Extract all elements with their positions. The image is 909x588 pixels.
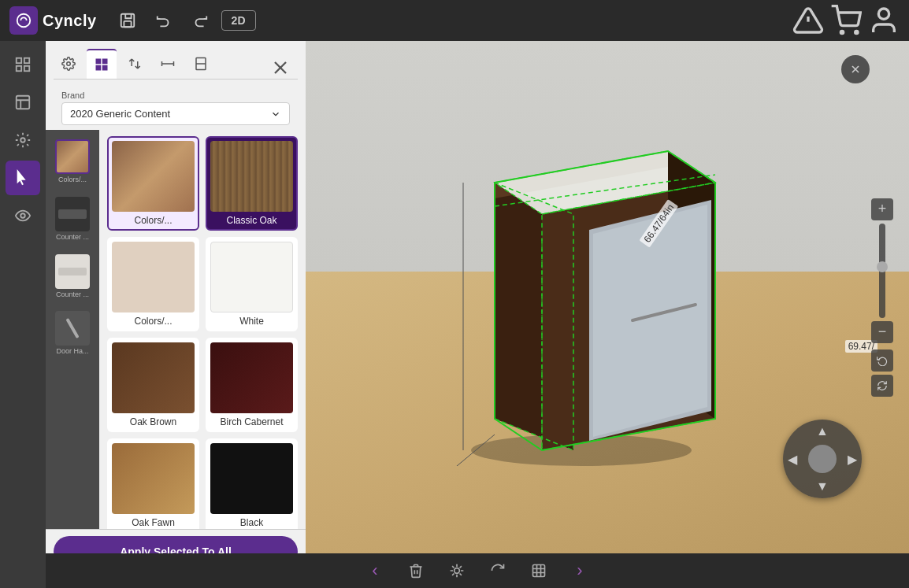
svg-rect-17	[103, 59, 107, 63]
zoom-handle	[877, 261, 888, 272]
svg-rect-9	[24, 58, 29, 63]
snap-button[interactable]	[525, 557, 553, 585]
color-label-white: White	[239, 316, 264, 327]
sidebar-item-cursor[interactable]	[6, 161, 40, 195]
color-item-colors-selected[interactable]: Colors/...	[107, 136, 199, 231]
close-x-icon	[849, 63, 862, 76]
rotate-control-button[interactable]	[871, 375, 893, 397]
decor-icon	[449, 563, 465, 579]
left-sidebar	[0, 41, 46, 588]
bottom-toolbar: ‹ ›	[46, 553, 909, 588]
panel-thumbnail-door-label: Door Ha...	[56, 347, 88, 356]
svg-rect-2	[124, 21, 131, 27]
cabinet-3d	[432, 88, 731, 466]
color-panel: Brand 2020 Generic Content Colors/... Co…	[46, 41, 306, 588]
redo-button[interactable]	[185, 6, 215, 35]
nav-down-button[interactable]: ▼	[816, 479, 829, 494]
color-swatch-white	[210, 242, 293, 312]
tab-settings[interactable]	[54, 49, 83, 79]
color-item-white[interactable]: White	[206, 237, 298, 331]
brand-value: 2020 Generic Content	[70, 108, 170, 120]
chevron-down-icon	[270, 109, 281, 120]
rotate-icon	[877, 380, 888, 391]
topbar-right-controls	[792, 5, 900, 36]
color-swatch-birch-cabernet	[210, 342, 293, 413]
user-button[interactable]	[868, 5, 900, 36]
rotate-button[interactable]	[484, 557, 512, 585]
sidebar-item-rooms[interactable]	[6, 85, 40, 120]
svg-rect-16	[96, 59, 100, 63]
color-label-classic-oak: Classic Oak	[226, 215, 276, 226]
color-item-oak-fawn[interactable]: Oak Fawn	[107, 438, 199, 529]
color-item-colors-sub[interactable]: Colors/...	[107, 237, 199, 331]
panel-thumbnail-colors[interactable]: Colors/...	[49, 135, 96, 189]
save-button[interactable]	[113, 6, 143, 35]
close-viewport-button[interactable]	[841, 55, 870, 83]
snap-icon	[531, 563, 547, 579]
tab-catalog[interactable]	[87, 49, 117, 79]
app-name: Cyncly	[43, 12, 97, 30]
sidebar-item-view[interactable]	[6, 198, 40, 233]
nav-up-button[interactable]: ▲	[816, 424, 829, 438]
topbar: Cyncly 2D	[0, 0, 909, 41]
svg-rect-10	[17, 66, 21, 71]
decor-button[interactable]	[443, 557, 471, 585]
color-label-black: Black	[240, 517, 263, 528]
svg-rect-8	[17, 58, 21, 63]
color-item-classic-oak[interactable]: Classic Oak	[206, 136, 298, 231]
svg-rect-19	[103, 66, 107, 70]
logo: Cyncly	[9, 6, 97, 35]
sidebar-item-select[interactable]	[6, 47, 40, 82]
color-swatch-oak-brown	[112, 342, 195, 413]
tab-door[interactable]	[186, 49, 216, 79]
next-icon: ›	[577, 560, 582, 581]
panel-close-button[interactable]	[269, 57, 291, 79]
brand-dropdown[interactable]: 2020 Generic Content	[61, 102, 290, 125]
2d-toggle-button[interactable]: 2D	[221, 10, 256, 31]
next-button[interactable]: ›	[566, 557, 594, 585]
svg-rect-18	[96, 66, 100, 70]
nav-ring: ▲ ▼ ◀ ▶	[783, 420, 862, 498]
color-label-birch-cabernet: Birch Cabernet	[220, 416, 283, 427]
color-swatch-colors-selected	[112, 141, 195, 212]
zoom-reset-button[interactable]	[871, 349, 893, 372]
rotate-bottom-icon	[490, 563, 506, 579]
prev-icon: ‹	[372, 560, 377, 581]
color-swatch-colors-sub	[112, 242, 195, 312]
cart-button[interactable]	[830, 5, 862, 36]
nav-left-button[interactable]: ◀	[788, 452, 797, 467]
color-item-black[interactable]: Black	[206, 438, 298, 529]
panel-thumbnail-counter-label: Counter ...	[56, 233, 89, 242]
prev-button[interactable]: ‹	[361, 557, 389, 585]
svg-rect-12	[17, 96, 30, 109]
color-swatch-oak-fawn	[112, 443, 195, 514]
logo-icon	[9, 6, 38, 35]
panel-thumbnail-counter2[interactable]: Counter ...	[49, 250, 96, 304]
nav-right-button[interactable]: ▶	[848, 452, 857, 467]
zoom-in-button[interactable]: +	[871, 198, 893, 220]
nav-center	[808, 445, 837, 473]
brand-label: Brand	[61, 91, 290, 100]
undo-button[interactable]	[149, 6, 179, 35]
color-swatch-classic-oak	[210, 141, 293, 212]
alert-button[interactable]	[792, 5, 824, 36]
svg-point-46	[454, 568, 460, 574]
zoom-bar	[879, 224, 885, 318]
tab-swap[interactable]	[120, 49, 150, 79]
zoom-controls: + −	[871, 198, 893, 397]
panel-thumbnail-door[interactable]: Door Ha...	[49, 306, 96, 361]
svg-point-6	[855, 31, 858, 33]
color-item-oak-brown[interactable]: Oak Brown	[107, 338, 199, 432]
3d-viewport[interactable]: 66.47/64in 69.47/ ▲ ▼ ◀ ▶ + −	[306, 41, 909, 553]
sidebar-item-products[interactable]	[6, 123, 40, 157]
trash-button[interactable]	[402, 557, 430, 585]
tab-measure[interactable]	[153, 49, 183, 79]
panel-thumbnail-counter[interactable]: Counter ...	[49, 192, 96, 246]
color-item-birch-cabernet[interactable]: Birch Cabernet	[206, 338, 298, 432]
svg-point-0	[17, 14, 31, 28]
zoom-out-button[interactable]: −	[871, 321, 893, 343]
color-label-oak-brown: Oak Brown	[130, 416, 176, 427]
brand-section: Brand 2020 Generic Content	[54, 84, 298, 130]
trash-icon	[408, 563, 424, 579]
zoom-reset-icon	[877, 355, 888, 366]
